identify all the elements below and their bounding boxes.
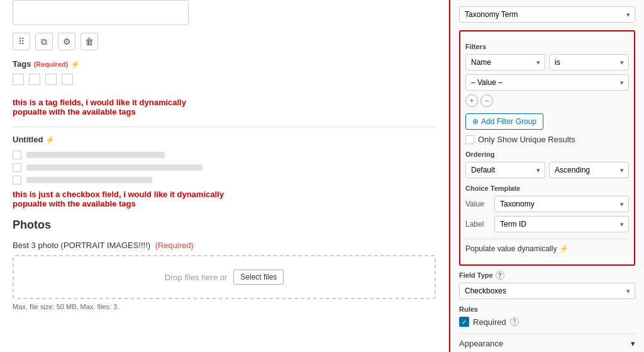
- taxonomy-term-select[interactable]: Taxonomy Term: [459, 6, 635, 23]
- text-input-area[interactable]: [13, 0, 189, 25]
- rules-title: Rules: [459, 305, 635, 313]
- unique-results-label: Only Show Unique Results: [478, 135, 575, 144]
- filter-name-wrapper: Name ID Slug: [465, 54, 545, 71]
- placeholder-bar-1: [26, 152, 165, 158]
- tag-checkbox-3[interactable]: [45, 74, 57, 85]
- photos-section: Photos Best 3 photo (PORTRAIT IMAGES!!!!…: [13, 219, 436, 310]
- delete-btn[interactable]: 🗑: [80, 33, 98, 50]
- plus-icon: ⊕: [472, 117, 479, 126]
- checkbox-row-1: [13, 150, 436, 159]
- taxonomy-term-wrapper: Taxonomy Term: [459, 6, 635, 23]
- taxonomy-term-row: Taxonomy Term: [459, 6, 635, 23]
- ordering-default-wrapper: Default Name ID: [465, 162, 545, 178]
- ordering-default-select[interactable]: Default Name ID: [465, 162, 545, 178]
- required-info-icon[interactable]: ?: [510, 317, 519, 326]
- tag-checkboxes: [13, 74, 436, 85]
- filter-value-select[interactable]: – Value –: [465, 74, 629, 91]
- ordering-asc-select[interactable]: Ascending Descending: [549, 162, 629, 178]
- field-type-section: Field Type ? Checkboxes Radio Select: [459, 271, 635, 299]
- untitled-label: Untitled ⚡: [13, 135, 436, 144]
- red-border-box: Filters Name ID Slug is is not contains: [459, 30, 635, 266]
- filters-title: Filters: [465, 43, 629, 50]
- drag-handle-btn[interactable]: ⠿: [13, 33, 30, 50]
- add-remove-row: + −: [465, 94, 629, 107]
- duplicate-btn[interactable]: ⧉: [35, 33, 53, 50]
- unique-results-checkbox[interactable]: [465, 135, 474, 144]
- tags-lightning-icon: ⚡: [70, 60, 80, 69]
- placeholder-bar-3: [26, 177, 152, 183]
- filter-is-wrapper: is is not contains: [549, 54, 629, 71]
- filter-is-select[interactable]: is is not contains: [549, 54, 629, 71]
- appearance-chevron-icon: ▾: [631, 339, 635, 348]
- label-choice-label: Label: [465, 220, 489, 229]
- untitled-field-section: Untitled ⚡ this is just a checkbox f: [13, 135, 436, 208]
- populate-value-label: Populate value dynamically: [465, 244, 557, 253]
- settings-btn[interactable]: ⚙: [58, 33, 75, 50]
- checkbox-3[interactable]: [13, 176, 21, 185]
- untitled-lightning-icon: ⚡: [45, 135, 55, 144]
- appearance-label: Appearance: [459, 339, 503, 348]
- value-choice-label: Value: [465, 200, 489, 208]
- rules-section: Rules ✓ Required ?: [459, 305, 635, 327]
- label-select-wrapper: Term ID Name Slug: [494, 216, 629, 232]
- photos-heading: Photos: [13, 219, 436, 232]
- required-label: Required: [473, 317, 506, 327]
- filters-name-is-row: Name ID Slug is is not contains: [465, 54, 629, 71]
- add-filter-group-button[interactable]: ⊕ Add Filter Group: [465, 113, 543, 130]
- ordering-asc-wrapper: Ascending Descending: [549, 162, 629, 178]
- tag-checkbox-4[interactable]: [62, 74, 73, 85]
- filter-name-select[interactable]: Name ID Slug: [465, 54, 545, 71]
- value-choice-row: Value Taxonomy Term ID Slug: [465, 196, 629, 212]
- checkbox-description: this is just a checkbox field, i would l…: [13, 190, 436, 208]
- checkbox-1[interactable]: [13, 150, 21, 159]
- checkbox-list: [13, 150, 436, 185]
- populate-value-row: Populate value dynamically ⚡: [465, 239, 629, 253]
- field-type-info-icon[interactable]: ?: [496, 271, 504, 280]
- checkbox-2[interactable]: [13, 163, 21, 172]
- field-type-select[interactable]: Checkboxes Radio Select: [459, 283, 635, 299]
- remove-filter-btn-small[interactable]: −: [480, 94, 493, 107]
- value-select-wrapper: Taxonomy Term ID Slug: [494, 196, 629, 212]
- ordering-title: Ordering: [465, 150, 629, 158]
- placeholder-bar-2: [26, 164, 203, 171]
- field-type-label: Field Type ?: [459, 271, 635, 280]
- toolbar: ⠿ ⧉ ⚙ 🗑: [13, 33, 436, 50]
- tag-checkbox-1[interactable]: [13, 74, 24, 85]
- required-checkbox[interactable]: ✓: [459, 317, 469, 327]
- drop-zone[interactable]: Drop files here or Select files: [13, 255, 436, 299]
- label-choice-row: Label Term ID Name Slug: [465, 216, 629, 232]
- tags-required-badge: (Required): [33, 60, 68, 68]
- choice-template-section: Choice Template Value Taxonomy Term ID S…: [465, 185, 629, 232]
- tags-description: this is a tag fields, i would like it dy…: [13, 98, 436, 116]
- tag-checkbox-2[interactable]: [29, 74, 40, 85]
- right-panel: why can i not EVER EVER EVER get this to…: [449, 0, 644, 352]
- ordering-row: Default Name ID Ascending Descending: [465, 162, 629, 178]
- drop-text: Drop files here or: [165, 273, 228, 282]
- label-select[interactable]: Term ID Name Slug: [494, 216, 629, 232]
- select-files-button[interactable]: Select files: [233, 270, 284, 285]
- add-filter-btn-small[interactable]: +: [465, 94, 478, 107]
- appearance-row[interactable]: Appearance ▾: [459, 333, 635, 352]
- populate-lightning-icon: ⚡: [559, 244, 569, 253]
- unique-results-row: Only Show Unique Results: [465, 135, 629, 144]
- checkbox-row-3: [13, 176, 436, 185]
- filter-value-wrapper: – Value –: [465, 74, 629, 91]
- required-checkbox-row: ✓ Required ?: [459, 317, 635, 327]
- best-photos-label: Best 3 photo (PORTRAIT IMAGES!!!!) (Requ…: [13, 241, 436, 250]
- field-type-wrapper: Checkboxes Radio Select: [459, 283, 635, 299]
- file-info: Max. file size: 50 MB, Max. files: 3.: [13, 303, 436, 310]
- choice-template-title: Choice Template: [465, 185, 629, 192]
- filter-value-row: – Value –: [465, 74, 629, 91]
- best-photos-required: (Required): [155, 241, 193, 250]
- checkbox-row-2: [13, 163, 436, 172]
- tags-label: Tags (Required) ⚡: [13, 59, 436, 69]
- tags-field-section: Tags (Required) ⚡ this is a tag fields, …: [13, 59, 436, 116]
- value-select[interactable]: Taxonomy Term ID Slug: [494, 196, 629, 212]
